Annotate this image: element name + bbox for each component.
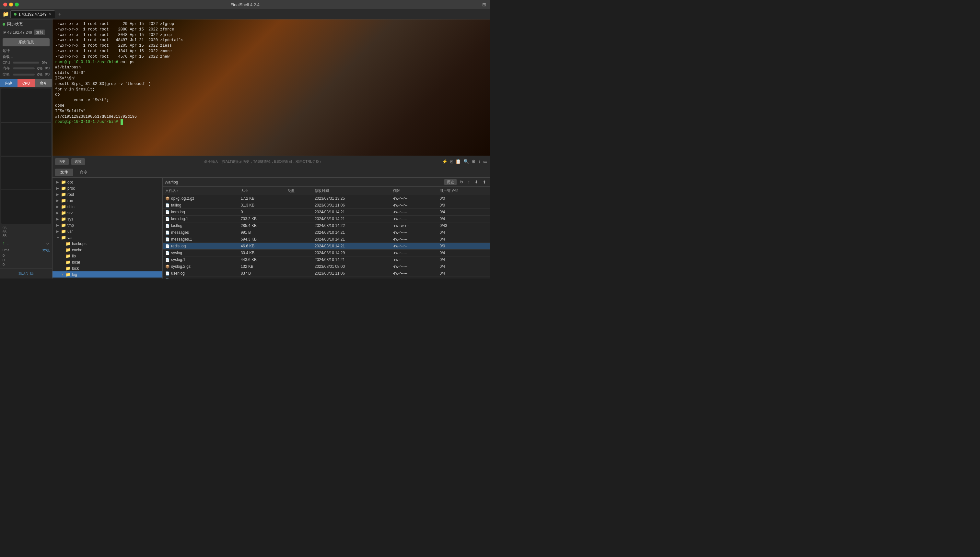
mem-right: 0/0 xyxy=(45,67,50,70)
tree-item[interactable]: ▶📁proc xyxy=(52,185,163,191)
tree-item[interactable]: ▶📁sbin xyxy=(52,204,163,210)
sysinfo-button[interactable]: 系统信息 xyxy=(3,38,50,46)
table-column-header[interactable]: 类型 xyxy=(285,187,312,195)
cpu-progress-bg xyxy=(13,62,39,64)
table-row[interactable]: 📦syslog.2.gz132 KB2023/08/01 08:00-rw-r-… xyxy=(163,263,490,270)
table-column-header[interactable]: 大小 xyxy=(238,187,285,195)
tree-expand-icon[interactable]: ▶ xyxy=(56,186,60,190)
tree-expand-icon[interactable]: ▶ xyxy=(56,192,60,196)
terminal-content[interactable]: -rwxr-xr-x 1 root root 29 Apr 15 2022 zf… xyxy=(52,20,490,156)
tree-item[interactable]: ▶📁root xyxy=(52,191,163,197)
folder-icon: 📁 xyxy=(61,217,66,221)
terminal[interactable]: -rwxr-xr-x 1 root root 29 Apr 15 2022 zf… xyxy=(52,20,490,156)
search-icon[interactable]: 🔍 xyxy=(463,159,469,164)
close-button[interactable] xyxy=(3,3,7,7)
tree-item[interactable]: 📁lock xyxy=(52,265,163,271)
table-header-row: 文件名 ↑大小类型修改时间权限用户/用户组 xyxy=(163,187,490,195)
minimize-button[interactable] xyxy=(9,3,13,7)
tree-expand-icon[interactable]: ▶ xyxy=(56,205,60,208)
file-type xyxy=(285,270,312,277)
net-expand-icon[interactable]: ⌄ xyxy=(46,239,50,246)
table-row[interactable]: 📄messages991 B2024/03/10 14:21-rw-r-----… xyxy=(163,229,490,236)
table-row[interactable]: 📄kern.log02024/03/10 14:21-rw-r-----0/4 xyxy=(163,209,490,216)
options-button[interactable]: 选项 xyxy=(71,158,85,165)
table-row[interactable]: 📄syslog30.4 KB2024/03/10 14:29-rw-r-----… xyxy=(163,250,490,256)
table-row[interactable]: 📄user.log837 B2023/08/01 11:06-rw-r-----… xyxy=(163,270,490,277)
table-row[interactable]: 📄faillog31.3 KB2023/08/01 11:06-rw-r--r-… xyxy=(163,202,490,209)
fm-tab-commands[interactable]: 命令 xyxy=(75,169,93,176)
tree-expand-icon[interactable]: ▶ xyxy=(56,223,60,227)
tree-item[interactable]: ▼📁var xyxy=(52,235,163,241)
lightning-icon[interactable]: ⚡ xyxy=(442,159,447,164)
fm-tab-files[interactable]: 文件 xyxy=(55,169,73,176)
mem-progress-bg xyxy=(13,67,35,69)
file-type xyxy=(285,263,312,270)
tabbar: 📁 1 43.192.47.249 ✕ + xyxy=(0,9,490,20)
tree-item[interactable]: ▶📁opt xyxy=(52,179,163,185)
file-modified: 2024/03/10 14:21 xyxy=(312,229,390,236)
tree-expand-icon[interactable]: ▼ xyxy=(56,236,60,239)
paste-icon[interactable]: 📋 xyxy=(455,159,461,164)
settings-icon[interactable]: ⚙ xyxy=(471,159,476,164)
tree-item[interactable]: ▶📁tmp xyxy=(52,222,163,228)
fm-download-icon[interactable]: ⬇ xyxy=(473,179,479,185)
tree-item[interactable]: ▶📁sys xyxy=(52,216,163,222)
tree-item[interactable]: ▶📁usr xyxy=(52,228,163,235)
tab-cpu-button[interactable]: CPU xyxy=(18,79,35,87)
tree-item[interactable]: 📁cache xyxy=(52,247,163,253)
copy-icon[interactable]: ⎘ xyxy=(450,159,453,164)
tree-item[interactable]: 📁local xyxy=(52,259,163,265)
table-column-header[interactable]: 修改时间 xyxy=(312,187,390,195)
activate-link[interactable]: 激活/升级 xyxy=(0,268,52,278)
terminal-line: -rwxr-xr-x 1 root root 4576 Apr 15 2022 … xyxy=(55,54,488,60)
fm-upload-icon[interactable]: ⬆ xyxy=(481,179,488,185)
fm-refresh-icon[interactable]: ↻ xyxy=(458,179,465,185)
table-row[interactable]: 📄user.log.117.1 KB2023/08/01 11:06-rw-r-… xyxy=(163,277,490,279)
fm-history-button[interactable]: 历史 xyxy=(444,179,457,185)
tree-expand-icon[interactable]: ▶ xyxy=(56,230,60,233)
file-modified: 2024/03/10 14:21 xyxy=(312,243,390,250)
download-icon[interactable]: ↓ xyxy=(478,159,481,164)
tree-item[interactable]: 📁lib xyxy=(52,253,163,259)
load-label: 负载 – xyxy=(3,54,13,59)
folder-icon: 📁 xyxy=(65,248,71,252)
tree-item[interactable]: ▶📁run xyxy=(52,197,163,204)
file-type xyxy=(285,256,312,263)
cpu-label: CPU xyxy=(3,60,12,65)
tab-command-button[interactable]: 命令 xyxy=(35,79,52,87)
history-button[interactable]: 历史 xyxy=(55,158,69,165)
table-row[interactable]: 📄syslog.1443.6 KB2024/03/10 14:21-rw-r--… xyxy=(163,256,490,263)
tree-expand-icon[interactable]: ▼ xyxy=(61,273,64,276)
tree-expand-icon[interactable]: ▶ xyxy=(56,217,60,221)
maximize-button[interactable] xyxy=(15,3,19,7)
fm-up-icon[interactable]: ↑ xyxy=(466,179,471,185)
tree-expand-icon[interactable]: ▶ xyxy=(56,211,60,215)
tree-expand-icon[interactable]: ▶ xyxy=(56,199,60,202)
tree-item[interactable]: ▶📁srv xyxy=(52,210,163,216)
table-column-header[interactable]: 权限 xyxy=(390,187,437,195)
local-ping-link[interactable]: 本机 xyxy=(42,248,50,253)
tree-item[interactable]: ▼📁log xyxy=(52,271,163,277)
table-row[interactable]: 📄lastlog285.4 KB2024/03/10 14:22-rw-rw-r… xyxy=(163,222,490,229)
table-row[interactable]: 📄messages.1594.3 KB2024/03/10 14:21-rw-r… xyxy=(163,236,490,243)
tab-memory-button[interactable]: 内存 xyxy=(0,79,18,87)
main-layout: 同步状态 IP 43.192.47.249 复制 系统信息 运行 – 负载 – … xyxy=(0,20,490,278)
table-row[interactable]: 📄redis.log46.6 KB2024/03/10 14:21-rw-r--… xyxy=(163,243,490,250)
file-size: 17.2 KB xyxy=(238,195,285,202)
grid-icon[interactable]: ⊞ xyxy=(482,2,486,7)
new-tab-button[interactable]: + xyxy=(56,11,63,17)
tree-expand-icon[interactable]: ▶ xyxy=(56,180,60,184)
terminal-icon[interactable]: ▭ xyxy=(483,159,488,164)
copy-ip-button[interactable]: 复制 xyxy=(34,29,45,35)
tree-item[interactable]: 📁backups xyxy=(52,241,163,247)
table-row[interactable]: 📦dpkg.log.2.gz17.2 KB2023/07/31 13:25-rw… xyxy=(163,195,490,202)
tab-session-1[interactable]: 1 43.192.47.249 ✕ xyxy=(10,10,55,18)
folder-icon: 📁 xyxy=(61,229,66,234)
table-column-header[interactable]: 文件名 ↑ xyxy=(163,187,238,195)
tab-close-icon[interactable]: ✕ xyxy=(49,12,52,16)
cpu-chart xyxy=(1,88,51,224)
folder-icon: 📁 xyxy=(65,260,71,265)
table-column-header[interactable]: 用户/用户组 xyxy=(437,187,490,195)
current-path: /var/log xyxy=(165,180,178,184)
table-row[interactable]: 📄kern.log.1703.2 KB2024/03/10 14:21-rw-r… xyxy=(163,216,490,222)
